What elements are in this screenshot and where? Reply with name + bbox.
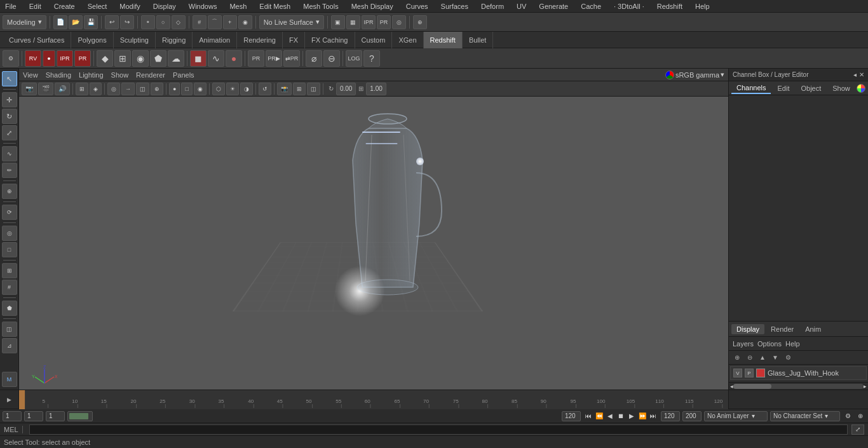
soft-select-button[interactable]: ◎ <box>2 226 17 241</box>
render-sequence-button[interactable]: ▦ <box>346 15 360 29</box>
layer-up-button[interactable]: ▲ <box>757 352 768 363</box>
layer-subtab-help[interactable]: Help <box>785 340 800 348</box>
layer-tab-render[interactable]: Render <box>766 324 799 334</box>
maya-logo-button[interactable]: M <box>2 372 17 387</box>
menu-create[interactable]: Create <box>51 3 78 10</box>
rs-rhombus-button[interactable]: ◆ <box>97 50 113 67</box>
measure-button[interactable]: ⊿ <box>2 338 17 353</box>
char-set-settings-button[interactable]: ⚙ <box>843 411 853 421</box>
xgen-button[interactable]: ⊕ <box>413 15 427 29</box>
timeline-range-bar[interactable] <box>67 411 93 421</box>
step-back-button[interactable]: ⏪ <box>594 411 604 421</box>
select-tool-button[interactable]: ↖ <box>2 71 17 86</box>
render-option-button[interactable]: ◎ <box>392 15 406 29</box>
menu-edit[interactable]: Edit <box>27 3 44 10</box>
menu-surfaces[interactable]: Surfaces <box>438 3 471 10</box>
move-pivot-button[interactable]: ⊕ <box>2 184 17 199</box>
snap-surface-button[interactable]: ◉ <box>238 15 252 29</box>
range-end-field[interactable]: 120 <box>562 411 581 421</box>
menu-redshift[interactable]: Redshift <box>654 3 685 10</box>
cb-tab-channels[interactable]: Channels <box>731 83 771 94</box>
tab-custom[interactable]: Custom <box>355 32 393 48</box>
new-file-button[interactable]: 📄 <box>53 15 67 29</box>
vp-menu-view[interactable]: View <box>23 71 38 79</box>
vp-bookmark2-button[interactable]: ◫ <box>307 83 320 95</box>
snap-curve-button[interactable]: ⌒ <box>208 15 222 29</box>
menu-mesh[interactable]: Mesh <box>227 3 249 10</box>
layer-subtab-layers[interactable]: Layers <box>733 340 754 348</box>
tab-curves-surfaces[interactable]: Curves / Surfaces <box>3 32 71 48</box>
no-live-surface-dropdown[interactable]: No Live Surface ▾ <box>259 15 324 29</box>
channel-box-close-icon[interactable]: ✕ <box>859 71 864 78</box>
rs-rv-button[interactable]: RV <box>25 50 41 67</box>
render-view-button[interactable]: ▣ <box>331 15 345 29</box>
rotate-tool-button[interactable]: ↻ <box>2 109 17 124</box>
tab-animation[interactable]: Animation <box>193 32 237 48</box>
menu-generate[interactable]: Generate <box>536 3 571 10</box>
vp-menu-shading[interactable]: Shading <box>46 71 71 79</box>
vp-screenshot-button[interactable]: 📸 <box>277 83 292 95</box>
vp-smooth2-button[interactable]: ◉ <box>194 83 207 95</box>
snap-grid2-button[interactable]: # <box>2 280 17 295</box>
tab-xgen[interactable]: XGen <box>392 32 423 48</box>
menu-select[interactable]: Select <box>85 3 110 10</box>
cb-tab-show[interactable]: Show <box>827 83 855 93</box>
cb-tab-edit[interactable]: Edit <box>772 83 794 93</box>
tab-fx[interactable]: FX <box>283 32 305 48</box>
rs-pr-button[interactable]: PR <box>74 50 91 67</box>
lasso-tool-button[interactable]: ∿ <box>2 146 17 161</box>
tab-polygons[interactable]: Polygons <box>71 32 113 48</box>
tab-bullet[interactable]: Bullet <box>463 32 494 48</box>
rs-plate-button[interactable]: ⊖ <box>323 50 340 67</box>
rs-anim-pr2-button[interactable]: PR▶ <box>266 50 282 67</box>
stop-button[interactable]: ⏹ <box>616 411 626 421</box>
tab-rendering[interactable]: Rendering <box>237 32 283 48</box>
redo-button[interactable]: ↪ <box>120 15 134 29</box>
mel-command-input[interactable] <box>29 424 848 435</box>
char-set-option-button[interactable]: ⊕ <box>855 411 865 421</box>
save-file-button[interactable]: 💾 <box>84 15 98 29</box>
menu-display[interactable]: Display <box>151 3 179 10</box>
select-by-component-button[interactable]: ◇ <box>172 15 186 29</box>
menu-cache[interactable]: Cache <box>578 3 604 10</box>
menu-uv[interactable]: UV <box>514 3 529 10</box>
ipr-button[interactable]: IPR <box>362 15 376 29</box>
layer-tab-anim[interactable]: Anim <box>800 324 826 334</box>
menu-modify[interactable]: Modify <box>117 3 142 10</box>
layer-remove-button[interactable]: ⊖ <box>744 352 756 363</box>
marquee-select-button[interactable]: □ <box>2 242 17 257</box>
play-button[interactable]: ▶ <box>627 411 637 421</box>
vp-menu-panels[interactable]: Panels <box>173 71 194 79</box>
vp-isolate-button[interactable]: ◎ <box>107 83 120 95</box>
scroll-right-arrow[interactable]: ▸ <box>864 383 867 390</box>
render-settings-button[interactable]: PR <box>377 15 391 29</box>
sculpt-button[interactable]: ⬟ <box>2 301 17 316</box>
channel-box-collapse-icon[interactable]: ◂ <box>853 71 857 78</box>
rs-log-button[interactable]: LOG <box>346 50 362 67</box>
rs-ipr3-button[interactable]: IPR <box>57 50 73 67</box>
script-expand-button[interactable]: ⤢ <box>851 424 864 435</box>
timeline-ruler[interactable]: 5 10 15 20 25 30 35 40 45 50 55 60 65 70… <box>19 390 728 409</box>
rs-cube-red-button[interactable]: ◼ <box>190 50 207 67</box>
tab-fx-caching[interactable]: FX Caching <box>305 32 355 48</box>
no-character-set-dropdown[interactable]: No Character Set ▾ <box>770 411 840 421</box>
rs-anim-pr3-button[interactable]: ⇄PR <box>283 50 300 67</box>
vp-aa-button[interactable]: ↺ <box>259 83 271 95</box>
vp-coord-x[interactable]: 0.00 <box>336 83 356 95</box>
scale-tool-button[interactable]: ⤢ <box>2 125 17 140</box>
select-by-object-button[interactable]: ○ <box>156 15 170 29</box>
menu-3dto-all[interactable]: · 3DtoAll · <box>611 3 647 10</box>
rs-circle-button[interactable]: ● <box>226 50 242 67</box>
rs-teardrop-button[interactable]: ◉ <box>132 50 149 67</box>
layer-tab-display[interactable]: Display <box>731 324 764 334</box>
select-by-hierarchy-button[interactable]: ⚬ <box>141 15 155 29</box>
menu-windows[interactable]: Windows <box>186 3 220 10</box>
layer-subtab-options[interactable]: Options <box>757 340 782 348</box>
playback-end-field[interactable]: 120 <box>661 411 680 421</box>
vp-menu-lighting[interactable]: Lighting <box>79 71 104 79</box>
play-back-button[interactable]: ◀ <box>605 411 615 421</box>
shelf-settings-button[interactable]: ⚙ <box>3 50 19 67</box>
cb-tab-object[interactable]: Object <box>796 83 826 93</box>
layer-settings-button[interactable]: ⚙ <box>782 352 794 363</box>
rs-bowl-button[interactable]: ⬟ <box>150 50 166 67</box>
